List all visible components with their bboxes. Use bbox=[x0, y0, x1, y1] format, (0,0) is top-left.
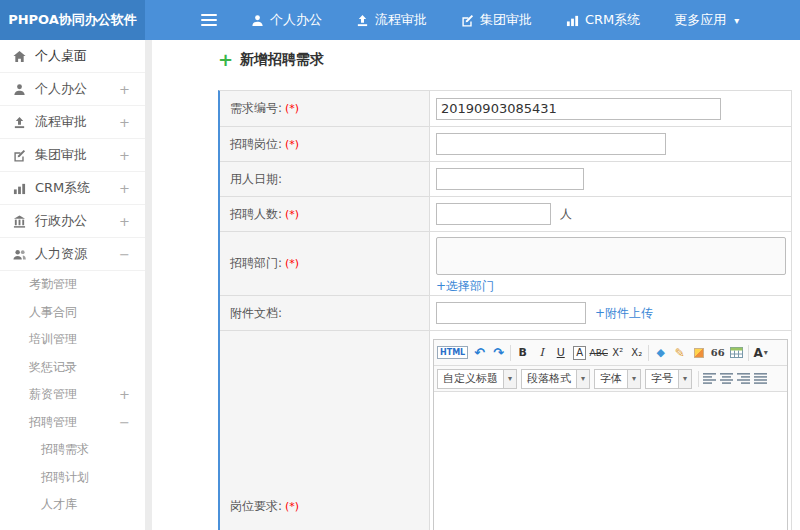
sidebar-item-label: 招聘需求 bbox=[41, 441, 89, 458]
hire-date-input[interactable] bbox=[436, 168, 584, 190]
redo-icon[interactable]: ↷ bbox=[489, 343, 508, 363]
sidebar-item-recruit-plan[interactable]: 招聘计划 bbox=[0, 464, 145, 492]
sidebar-item-label: 个人桌面 bbox=[35, 47, 87, 65]
required-marker: (*) bbox=[285, 208, 299, 221]
sidebar-item-label: 招聘计划 bbox=[41, 469, 89, 486]
format-brush-icon[interactable]: ✎ bbox=[670, 343, 689, 363]
sidebar-item-personal-office[interactable]: 个人办公 + bbox=[0, 73, 145, 106]
font-family-dropdown[interactable]: 字体 ▾ bbox=[594, 369, 641, 389]
expand-toggle[interactable]: + bbox=[119, 387, 130, 402]
expand-toggle[interactable]: + bbox=[119, 181, 130, 196]
expand-toggle[interactable]: + bbox=[119, 148, 130, 163]
form-row-hire-date: 用人日期: bbox=[220, 162, 791, 197]
caret-down-icon: ▾ bbox=[576, 370, 589, 388]
required-marker: (*) bbox=[285, 500, 299, 513]
field-label: 附件文档: bbox=[220, 296, 430, 330]
menu-toggle-icon[interactable] bbox=[201, 14, 217, 26]
eraser-icon[interactable]: ◆ bbox=[651, 343, 670, 363]
nav-crm[interactable]: CRM系统 bbox=[566, 11, 640, 29]
field-label: 岗位要求: (*) bbox=[220, 331, 430, 530]
label-text: 岗位要求: bbox=[230, 498, 282, 515]
sidebar-item-recruit-mgmt[interactable]: 招聘管理 − bbox=[0, 409, 145, 437]
position-input[interactable] bbox=[436, 133, 666, 155]
sidebar-item-hr[interactable]: 人力资源 − bbox=[0, 238, 145, 271]
nav-group-approval[interactable]: 集团审批 bbox=[461, 11, 532, 29]
italic-button[interactable]: I bbox=[532, 343, 551, 363]
nav-label: 集团审批 bbox=[480, 11, 532, 29]
sidebar-item-crm[interactable]: CRM系统 + bbox=[0, 172, 145, 205]
caret-down-icon: ▾ bbox=[503, 370, 516, 388]
select-department-link[interactable]: +选择部门 bbox=[436, 278, 494, 295]
nav-more-apps[interactable]: 更多应用 ▾ bbox=[674, 11, 739, 29]
blockquote-button[interactable]: 66 bbox=[708, 343, 727, 363]
sidebar-item-group-approval[interactable]: 集团审批 + bbox=[0, 139, 145, 172]
person-icon bbox=[13, 83, 26, 96]
expand-toggle[interactable]: + bbox=[119, 82, 130, 97]
toolbar-separator bbox=[510, 345, 511, 361]
insert-table-icon[interactable] bbox=[727, 343, 746, 363]
paragraph-format-dropdown[interactable]: 段落格式 ▾ bbox=[521, 369, 590, 389]
align-center-icon[interactable] bbox=[720, 373, 733, 384]
sidebar-item-rewards[interactable]: 奖惩记录 bbox=[0, 354, 145, 382]
sidebar-item-workflow-approval[interactable]: 流程审批 + bbox=[0, 106, 145, 139]
label-text: 招聘人数: bbox=[230, 206, 282, 223]
field-label: 招聘岗位: (*) bbox=[220, 127, 430, 161]
underline-button[interactable]: U bbox=[551, 343, 570, 363]
superscript-button[interactable]: X² bbox=[608, 343, 627, 363]
font-size-dropdown[interactable]: 字号 ▾ bbox=[645, 369, 692, 389]
undo-icon[interactable]: ↶ bbox=[470, 343, 489, 363]
label-text: 招聘岗位: bbox=[230, 136, 282, 153]
sidebar-item-salary[interactable]: 薪资管理 + bbox=[0, 381, 145, 409]
form-row-requirements: 岗位要求: (*) HTML ↶ ↷ B I U A bbox=[220, 331, 791, 530]
nav-workflow-approval[interactable]: 流程审批 bbox=[356, 11, 427, 29]
sidebar-item-label: 人才库 bbox=[41, 496, 77, 513]
highlight-color-icon[interactable] bbox=[689, 343, 708, 363]
field-label: 需求编号: (*) bbox=[220, 91, 430, 126]
font-background-button[interactable]: A bbox=[570, 343, 589, 363]
font-color-button[interactable]: A▾ bbox=[751, 343, 770, 363]
top-navigation: 个人办公 流程审批 集团审批 CRM系统 更多应用 ▾ bbox=[217, 0, 739, 40]
bold-button[interactable]: B bbox=[513, 343, 532, 363]
html-source-button[interactable]: HTML bbox=[437, 346, 468, 359]
sidebar-item-hr-contract[interactable]: 人事合同 bbox=[0, 299, 145, 327]
caret-down-icon: ▾ bbox=[627, 370, 640, 388]
expand-toggle[interactable]: + bbox=[119, 115, 130, 130]
align-justify-icon[interactable] bbox=[754, 373, 767, 384]
demand-no-input[interactable] bbox=[436, 98, 721, 120]
nav-personal-office[interactable]: 个人办公 bbox=[251, 11, 322, 29]
nav-label: CRM系统 bbox=[585, 11, 640, 29]
strikethrough-button[interactable]: ABC bbox=[589, 343, 608, 363]
attachment-input[interactable] bbox=[436, 302, 586, 324]
sidebar-item-training[interactable]: 培训管理 bbox=[0, 326, 145, 354]
department-textarea[interactable] bbox=[436, 237, 786, 275]
sidebar-item-personal-desktop[interactable]: 个人桌面 bbox=[0, 40, 145, 73]
collapse-toggle[interactable]: − bbox=[119, 415, 130, 430]
align-left-icon[interactable] bbox=[703, 373, 716, 384]
main-content: + 新增招聘需求 需求编号: (*) 招聘岗位: (*) bbox=[152, 40, 800, 530]
sidebar-item-recruit-demand[interactable]: 招聘需求 bbox=[0, 436, 145, 464]
expand-toggle[interactable]: + bbox=[119, 214, 130, 229]
form-row-demand-no: 需求编号: (*) bbox=[220, 91, 791, 127]
align-right-icon[interactable] bbox=[737, 373, 750, 384]
topbar: PHPOA协同办公软件 个人办公 流程审批 集团审批 CRM系统 更多应用 ▾ bbox=[0, 0, 800, 40]
collapse-toggle[interactable]: − bbox=[119, 247, 130, 262]
person-icon bbox=[251, 14, 264, 27]
building-icon bbox=[13, 215, 26, 228]
requirements-editor-area[interactable] bbox=[434, 392, 787, 530]
headcount-unit: 人 bbox=[560, 206, 572, 223]
people-icon bbox=[13, 248, 26, 261]
sidebar-item-label: 培训管理 bbox=[29, 331, 77, 348]
headcount-input[interactable] bbox=[436, 203, 551, 225]
form-row-department: 招聘部门: (*) +选择部门 bbox=[220, 232, 791, 296]
sidebar-item-label: 行政办公 bbox=[35, 212, 87, 230]
sidebar-item-attendance[interactable]: 考勤管理 bbox=[0, 271, 145, 299]
subscript-button[interactable]: X₂ bbox=[627, 343, 646, 363]
page-title-row: + 新增招聘需求 bbox=[218, 48, 800, 72]
attachment-upload-link[interactable]: +附件上传 bbox=[595, 305, 653, 322]
label-text: 需求编号: bbox=[230, 100, 282, 117]
label-text: 招聘部门: bbox=[230, 255, 282, 272]
custom-title-dropdown[interactable]: 自定义标题 ▾ bbox=[437, 369, 517, 389]
sidebar-item-talent-pool[interactable]: 人才库 bbox=[0, 491, 145, 519]
sidebar-item-admin-office[interactable]: 行政办公 + bbox=[0, 205, 145, 238]
field-label: 招聘人数: (*) bbox=[220, 197, 430, 231]
